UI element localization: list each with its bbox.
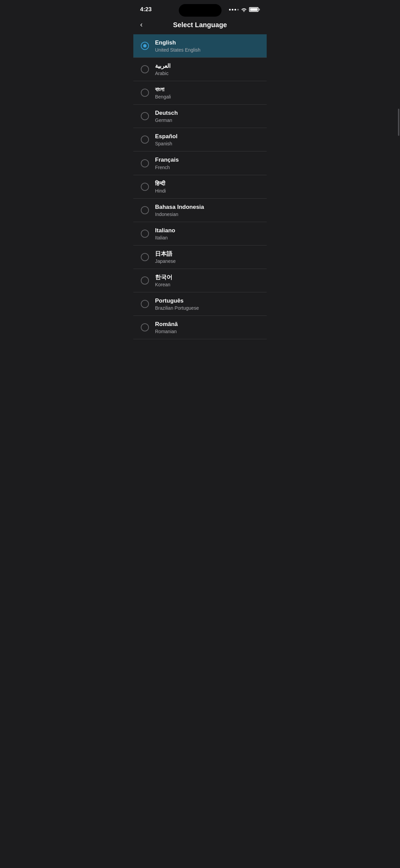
radio-container [140, 252, 150, 262]
radio-unselected-icon [141, 89, 149, 97]
language-text-group: EnglishUnited States English [155, 39, 201, 53]
language-text-group: العربيةArabic [155, 62, 171, 76]
language-native-name: Português [155, 297, 199, 305]
language-text-group: 日本語Japanese [155, 250, 176, 264]
language-native-name: العربية [155, 62, 171, 70]
radio-container [140, 205, 150, 215]
signal-dot-2 [232, 9, 233, 11]
radio-unselected-icon [141, 276, 149, 285]
status-time: 4:23 [140, 6, 152, 13]
radio-inner-dot [143, 44, 147, 48]
wifi-icon [241, 7, 247, 12]
radio-unselected-icon [141, 323, 149, 331]
radio-unselected-icon [141, 300, 149, 308]
page-title: Select Language [173, 21, 227, 29]
language-english-name: Romanian [155, 329, 178, 334]
radio-unselected-icon [141, 135, 149, 144]
signal-dot-4 [237, 9, 239, 11]
signal-dot-3 [234, 9, 236, 11]
language-english-name: United States English [155, 47, 201, 53]
radio-unselected-icon [141, 159, 149, 167]
radio-container [140, 88, 150, 97]
list-item[interactable]: FrançaisFrench [133, 151, 267, 175]
language-native-name: Română [155, 321, 178, 328]
language-text-group: Bahasa IndonesiaIndonesian [155, 203, 204, 217]
radio-container [140, 159, 150, 168]
language-native-name: Español [155, 133, 177, 140]
list-item[interactable]: RomânăRomanian [133, 316, 267, 339]
dynamic-island [179, 4, 222, 17]
language-text-group: FrançaisFrench [155, 156, 179, 170]
language-native-name: English [155, 39, 201, 47]
radio-unselected-icon [141, 183, 149, 191]
radio-container [140, 323, 150, 332]
language-english-name: Korean [155, 282, 172, 287]
language-english-name: French [155, 165, 179, 170]
language-native-name: 日本語 [155, 250, 176, 258]
language-native-name: Français [155, 156, 179, 164]
language-native-name: हिन्दी [155, 180, 166, 187]
language-english-name: Hindi [155, 188, 166, 194]
language-native-name: Italiano [155, 227, 175, 234]
status-icons [229, 7, 260, 12]
radio-unselected-icon [141, 253, 149, 261]
radio-container [140, 299, 150, 309]
back-button[interactable]: ‹ [140, 20, 142, 29]
list-item[interactable]: 日本語Japanese [133, 246, 267, 269]
language-text-group: हिन्दीHindi [155, 180, 166, 194]
signal-icon [229, 9, 239, 11]
battery-icon [249, 7, 260, 12]
language-text-group: EspañolSpanish [155, 133, 177, 146]
language-list: EnglishUnited States EnglishالعربيةArabi… [133, 34, 267, 339]
nav-header: ‹ Select Language [133, 17, 267, 34]
list-item[interactable]: বাংলাBengali [133, 81, 267, 105]
radio-container [140, 276, 150, 285]
back-chevron-icon: ‹ [140, 20, 142, 29]
list-item[interactable]: DeutschGerman [133, 105, 267, 128]
radio-unselected-icon [141, 65, 149, 73]
radio-container [140, 111, 150, 121]
radio-container [140, 182, 150, 192]
language-native-name: Bahasa Indonesia [155, 203, 204, 211]
radio-unselected-icon [141, 230, 149, 238]
language-english-name: Brazilian Portuguese [155, 305, 199, 311]
language-english-name: Bengali [155, 94, 171, 100]
language-native-name: Deutsch [155, 109, 178, 117]
language-text-group: 한국어Korean [155, 274, 172, 287]
list-item[interactable]: EspañolSpanish [133, 128, 267, 151]
list-item[interactable]: Bahasa IndonesiaIndonesian [133, 199, 267, 222]
language-text-group: বাংলাBengali [155, 86, 171, 100]
language-text-group: PortuguêsBrazilian Portuguese [155, 297, 199, 311]
language-english-name: Spanish [155, 141, 177, 146]
list-item[interactable]: 한국어Korean [133, 269, 267, 292]
radio-unselected-icon [141, 112, 149, 120]
language-native-name: বাংলা [155, 86, 171, 93]
radio-container [140, 229, 150, 238]
radio-selected-icon [141, 42, 149, 50]
language-text-group: DeutschGerman [155, 109, 178, 123]
radio-container [140, 65, 150, 74]
radio-unselected-icon [141, 206, 149, 214]
list-item[interactable]: PortuguêsBrazilian Portuguese [133, 292, 267, 316]
list-item[interactable]: العربيةArabic [133, 58, 267, 81]
list-item[interactable]: ItalianoItalian [133, 222, 267, 246]
language-text-group: RomânăRomanian [155, 321, 178, 334]
signal-dot-1 [229, 9, 231, 11]
radio-container [140, 41, 150, 51]
list-item[interactable]: EnglishUnited States English [133, 34, 267, 58]
language-english-name: Indonesian [155, 212, 204, 217]
language-english-name: Japanese [155, 258, 176, 264]
language-text-group: ItalianoItalian [155, 227, 175, 240]
language-native-name: 한국어 [155, 274, 172, 281]
language-english-name: German [155, 117, 178, 123]
radio-container [140, 135, 150, 144]
language-english-name: Italian [155, 235, 175, 240]
language-english-name: Arabic [155, 71, 171, 76]
list-item[interactable]: हिन्दीHindi [133, 175, 267, 199]
